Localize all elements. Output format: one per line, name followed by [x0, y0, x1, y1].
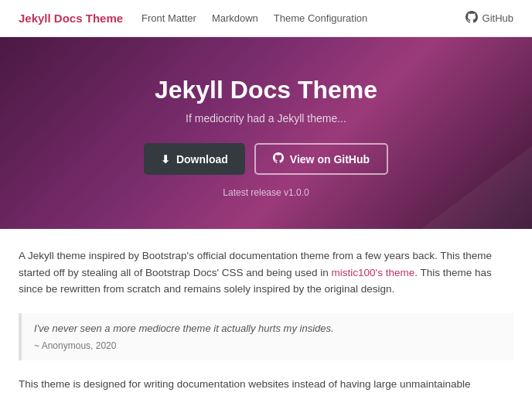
hero-buttons: ⬇ Download View on GitHub [15, 143, 517, 175]
hero-section: Jekyll Docs Theme If mediocrity had a Je… [0, 37, 532, 229]
hero-release: Latest release v1.0.0 [15, 187, 517, 198]
github-icon [466, 11, 478, 26]
download-button[interactable]: ⬇ Download [144, 143, 245, 175]
hero-subtitle: If mediocrity had a Jekyll theme... [15, 112, 517, 125]
download-icon: ⬇ [161, 153, 170, 166]
github-label: GitHub [483, 12, 513, 24]
navbar: Jekyll Docs Theme Front Matter Markdown … [0, 0, 532, 37]
main-content: A Jekyll theme inspired by Bootstrap's o… [0, 229, 532, 396]
nav-link-markdown[interactable]: Markdown [212, 12, 258, 24]
navbar-links: Front Matter Markdown Theme Configuratio… [142, 12, 465, 24]
download-label: Download [176, 153, 228, 166]
theme-description: This theme is designed for writing docum… [19, 376, 513, 396]
intro-link[interactable]: mistic100's theme [332, 267, 415, 278]
intro-paragraph: A Jekyll theme inspired by Bootstrap's o… [19, 248, 513, 298]
blockquote-quote: I've never seen a more mediocre theme it… [34, 323, 501, 334]
hero-title: Jekyll Docs Theme [15, 76, 517, 104]
blockquote: I've never seen a more mediocre theme it… [19, 313, 513, 360]
view-on-github-button[interactable]: View on GitHub [254, 143, 388, 175]
github-btn-label: View on GitHub [290, 153, 370, 166]
github-btn-icon [273, 152, 284, 166]
blockquote-cite: ~ Anonymous, 2020 [34, 340, 116, 351]
nav-link-frontmatter[interactable]: Front Matter [142, 12, 196, 24]
navbar-brand[interactable]: Jekyll Docs Theme [19, 12, 123, 25]
navbar-github-link[interactable]: GitHub [466, 11, 513, 26]
nav-link-theme-config[interactable]: Theme Configuration [274, 12, 367, 24]
